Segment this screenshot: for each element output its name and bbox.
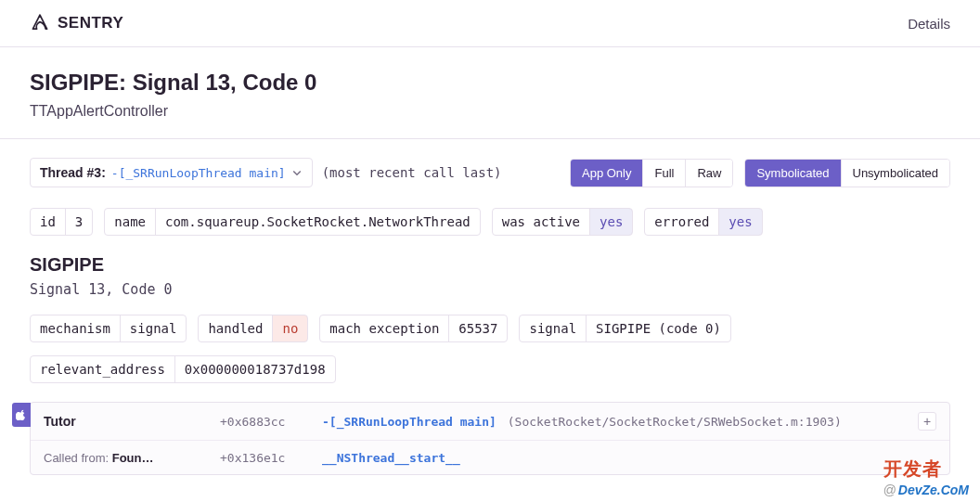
tag-id: id3 bbox=[30, 208, 93, 236]
page-title: SIGPIPE: Signal 13, Code 0 bbox=[30, 70, 950, 96]
raw-button[interactable]: Raw bbox=[685, 160, 732, 187]
thread-tags: id3 namecom.squareup.SocketRocket.Networ… bbox=[30, 208, 950, 236]
thread-select[interactable]: Thread #3: -[_SRRunLoopThread main] bbox=[30, 158, 313, 187]
frame-package: Tutor bbox=[44, 414, 220, 429]
full-button[interactable]: Full bbox=[642, 160, 685, 187]
frame-address: +0x136e1c bbox=[220, 451, 322, 465]
frame-function: -[_SRRunLoopThread main] bbox=[322, 415, 496, 429]
frame-address: +0x6883cc bbox=[220, 415, 322, 429]
mechanism-tags: mechanismsignal handledno mach exception… bbox=[30, 315, 950, 342]
tag-relevant-address: relevant_address0x000000018737d198 bbox=[30, 355, 336, 383]
main-content: Thread #3: -[_SRRunLoopThread main] (mos… bbox=[0, 139, 980, 494]
frame-function: __NSThread__start__ bbox=[322, 451, 460, 465]
frame-row[interactable]: Called from: Foun… +0x136e1c __NSThread_… bbox=[31, 440, 949, 474]
thread-func: -[_SRRunLoopThread main] bbox=[111, 166, 286, 180]
brand-text: SENTRY bbox=[58, 14, 123, 32]
controls-row: Thread #3: -[_SRRunLoopThread main] (mos… bbox=[30, 158, 950, 187]
recent-call-note: (most recent call last) bbox=[322, 165, 502, 180]
tag-signal: signalSIGPIPE (code 0) bbox=[519, 315, 730, 342]
page-subtitle: TTAppAlertController bbox=[30, 103, 950, 120]
view-mode-group: App Only Full Raw bbox=[570, 159, 733, 187]
tag-mach-exception: mach exception65537 bbox=[319, 315, 508, 342]
unsymbolicated-button[interactable]: Unsymbolicated bbox=[841, 160, 950, 187]
symbolication-group: Symbolicated Unsymbolicated bbox=[744, 159, 950, 187]
apple-icon bbox=[16, 409, 27, 420]
details-link[interactable]: Details bbox=[908, 16, 950, 32]
title-area: SIGPIPE: Signal 13, Code 0 TTAppAlertCon… bbox=[0, 47, 980, 139]
signal-subtitle: Signal 13, Code 0 bbox=[30, 281, 950, 298]
stack-frames: Tutor +0x6883cc -[_SRRunLoopThread main]… bbox=[30, 402, 950, 475]
sentry-logo: SENTRY bbox=[30, 13, 123, 33]
tag-errored: erroredyes bbox=[644, 208, 762, 236]
signal-title: SIGPIPE bbox=[30, 254, 950, 276]
frame-source: (SocketRocket/SocketRocket/SRWebSocket.m… bbox=[508, 415, 842, 429]
frame-row[interactable]: Tutor +0x6883cc -[_SRRunLoopThread main]… bbox=[31, 403, 949, 440]
chevron-down-icon bbox=[291, 167, 303, 178]
address-tags: relevant_address0x000000018737d198 bbox=[30, 355, 950, 383]
sentry-icon bbox=[30, 13, 50, 33]
expand-frame-button[interactable]: + bbox=[918, 412, 936, 431]
app-only-button[interactable]: App Only bbox=[571, 160, 642, 187]
thread-label: Thread #3: bbox=[40, 165, 106, 180]
tag-handled: handledno bbox=[198, 315, 308, 342]
platform-badge bbox=[12, 403, 31, 427]
tag-was-active: was activeyes bbox=[492, 208, 634, 236]
frame-called-from: Called from: Foun… bbox=[44, 451, 220, 465]
app-header: SENTRY Details bbox=[0, 0, 980, 47]
tag-name: namecom.squareup.SocketRocket.NetworkThr… bbox=[104, 208, 480, 236]
tag-mechanism: mechanismsignal bbox=[30, 315, 187, 342]
symbolicated-button[interactable]: Symbolicated bbox=[745, 160, 840, 187]
